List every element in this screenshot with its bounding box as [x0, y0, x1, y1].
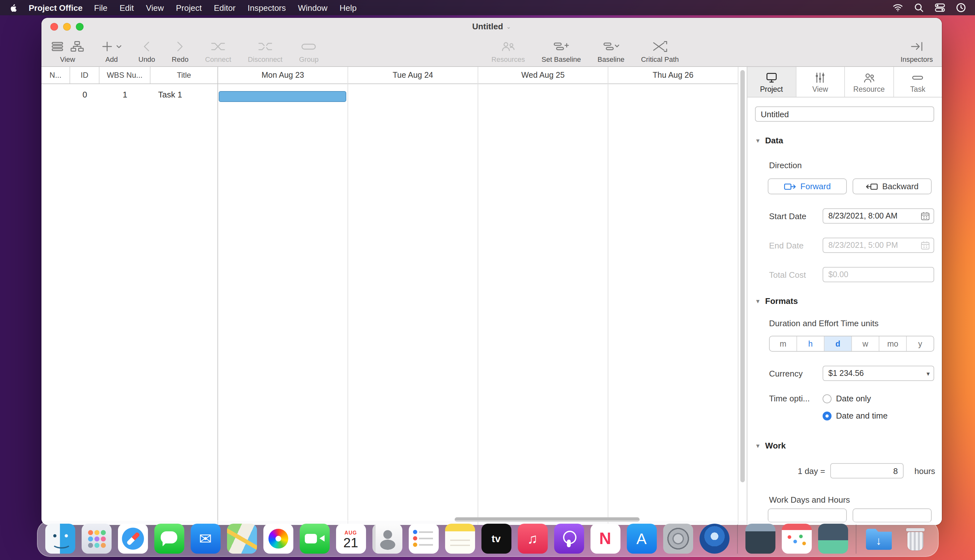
wifi-icon[interactable] — [893, 3, 903, 13]
dock-music-icon[interactable]: ♫ — [517, 524, 547, 553]
dock-calendar-grid-app-icon[interactable] — [781, 524, 811, 553]
menu-items: FileEditViewProjectEditorInspectorsWindo… — [94, 3, 356, 12]
time-unit-w[interactable]: w — [851, 337, 879, 351]
dock-podcasts-icon[interactable] — [554, 524, 584, 553]
menu-file[interactable]: File — [94, 3, 107, 12]
total-cost-row: Total Cost $0.00 — [755, 267, 934, 282]
view-network-icon[interactable] — [70, 40, 85, 53]
radio-icon[interactable] — [823, 394, 831, 403]
inspectors-button[interactable]: Inspectors — [901, 38, 933, 63]
tab-view[interactable]: View — [796, 67, 844, 97]
calendar-icon[interactable] — [921, 212, 930, 220]
disclosure-triangle-icon[interactable]: ▼ — [755, 298, 761, 304]
zoom-button[interactable] — [76, 23, 84, 31]
chevron-down-icon[interactable]: ⌄ — [506, 23, 511, 30]
view-table-icon[interactable] — [50, 40, 64, 53]
forward-button[interactable]: Forward — [768, 178, 847, 194]
gantt-day-column: Wed Aug 25 — [478, 67, 608, 525]
project-name-field[interactable] — [755, 107, 934, 122]
menu-edit[interactable]: Edit — [120, 3, 134, 12]
tab-project[interactable]: Project — [748, 67, 796, 97]
column-header[interactable]: WBS Nu... — [99, 67, 151, 83]
formats-section-header[interactable]: ▼ Formats — [755, 296, 934, 306]
dock-reminders-icon[interactable] — [408, 524, 438, 553]
dock-notes-icon[interactable] — [445, 524, 475, 553]
calendar-icon — [921, 241, 930, 250]
search-icon[interactable] — [914, 3, 924, 13]
dock-mail-icon[interactable]: ✉ — [191, 524, 220, 553]
time-unit-mo[interactable]: mo — [879, 337, 906, 351]
dock-tv-icon[interactable]: tv — [481, 524, 511, 553]
disconnect-button[interactable]: Disconnect — [248, 38, 283, 63]
date-and-time-option[interactable]: Date and time — [823, 411, 934, 420]
menu-view[interactable]: View — [146, 3, 164, 12]
group-button[interactable]: Group — [299, 38, 318, 63]
connect-button[interactable]: Connect — [205, 38, 231, 63]
gantt-day-column: Mon Aug 23 — [218, 67, 348, 525]
dock-contacts-icon[interactable] — [372, 524, 402, 553]
dock-calendar-icon[interactable]: AUG21 — [336, 524, 366, 553]
menu-editor[interactable]: Editor — [214, 3, 236, 12]
table-row[interactable]: 01Task 1 — [42, 84, 217, 105]
start-date-input[interactable]: 8/23/2021, 8:00 AM — [823, 208, 934, 223]
dock-system-preferences-icon[interactable] — [663, 524, 693, 553]
dock-photos-icon[interactable] — [263, 524, 293, 553]
tab-task[interactable]: Task — [893, 67, 942, 97]
critical-path-button[interactable]: Critical Path — [641, 38, 679, 63]
work-section-header[interactable]: ▼ Work — [755, 441, 934, 450]
toolbar-label: Inspectors — [901, 55, 933, 63]
dock-appstore-icon[interactable]: A — [627, 524, 657, 553]
dock-app-window-2-icon[interactable] — [818, 524, 848, 553]
dock-trash-icon[interactable] — [900, 524, 930, 553]
hours-label: hours — [915, 466, 935, 476]
time-unit-d[interactable]: d — [824, 337, 851, 351]
hours-per-day-field[interactable] — [830, 463, 903, 478]
menu-window[interactable]: Window — [298, 3, 328, 12]
set-baseline-button[interactable]: Set Baseline — [541, 38, 581, 63]
task-bar[interactable] — [219, 91, 346, 102]
dock-maps-icon[interactable] — [227, 524, 257, 553]
dock-finder-icon[interactable] — [45, 524, 75, 553]
dock-safari-icon[interactable] — [118, 524, 148, 553]
menu-app-name[interactable]: Project Office — [29, 3, 83, 12]
currency-dropdown[interactable]: $1 234.56 ▾ — [823, 366, 934, 381]
view-toolbar-group[interactable]: View — [50, 38, 85, 63]
disconnect-icon — [257, 40, 274, 53]
backward-button[interactable]: Backward — [853, 178, 932, 194]
baseline-button[interactable]: Baseline — [597, 38, 624, 63]
dock-news-icon[interactable]: N — [590, 524, 620, 553]
dock-app-window-1-icon[interactable] — [745, 524, 775, 553]
data-section-header[interactable]: ▼ Data — [755, 136, 934, 145]
dock-project-office-icon[interactable] — [699, 524, 729, 553]
time-unit-y[interactable]: y — [906, 337, 933, 351]
close-button[interactable] — [50, 23, 58, 31]
menu-help[interactable]: Help — [339, 3, 357, 12]
time-unit-m[interactable]: m — [770, 337, 796, 351]
time-unit-h[interactable]: h — [796, 337, 824, 351]
vertical-scrollbar[interactable] — [740, 70, 745, 482]
gantt-day-header: Wed Aug 25 — [478, 67, 608, 84]
column-header[interactable]: N... — [42, 67, 70, 83]
dock-messages-icon[interactable] — [154, 524, 184, 553]
apple-menu[interactable] — [9, 3, 18, 12]
disclosure-triangle-icon[interactable]: ▼ — [755, 442, 761, 449]
minimize-button[interactable] — [63, 23, 71, 31]
dock-launchpad-icon[interactable] — [81, 524, 111, 553]
add-button[interactable]: Add — [101, 38, 122, 63]
column-header[interactable]: Title — [151, 67, 217, 83]
date-only-option[interactable]: Date only — [823, 394, 934, 403]
redo-button[interactable]: Redo — [172, 38, 189, 63]
dock-downloads-icon[interactable]: ↓ — [864, 524, 894, 553]
disclosure-triangle-icon[interactable]: ▼ — [755, 137, 761, 144]
work-days-hours-label: Work Days and Hours — [769, 495, 934, 505]
tab-resource[interactable]: Resource — [844, 67, 893, 97]
undo-button[interactable]: Undo — [138, 38, 155, 63]
column-header[interactable]: ID — [70, 67, 99, 83]
resources-button[interactable]: Resources — [491, 38, 525, 63]
menu-project[interactable]: Project — [176, 3, 202, 12]
clock-icon[interactable] — [956, 3, 966, 13]
menu-inspectors[interactable]: Inspectors — [248, 3, 286, 12]
dock-facetime-icon[interactable] — [299, 524, 329, 553]
control-center-icon[interactable] — [935, 3, 945, 13]
radio-selected-icon[interactable] — [823, 411, 831, 420]
